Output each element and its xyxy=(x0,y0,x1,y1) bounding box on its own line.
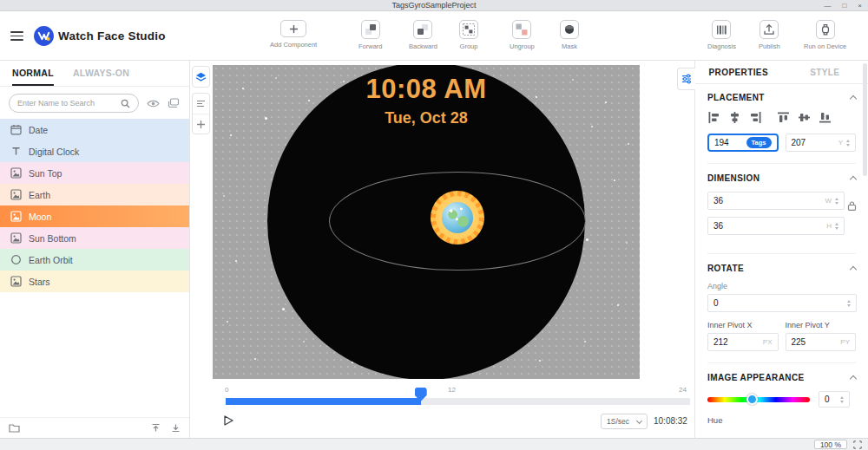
tags-badge[interactable]: Tags xyxy=(746,137,772,148)
layer-item-earth-orbit[interactable]: Earth Orbit xyxy=(0,249,189,271)
zoom-level[interactable]: 100 % xyxy=(814,440,847,449)
layer-label: Earth xyxy=(29,190,50,200)
earth-graphic xyxy=(442,202,473,233)
section-title: ROTATE xyxy=(707,264,744,273)
publish-button[interactable]: Publish xyxy=(759,20,780,50)
stepper-icon[interactable] xyxy=(835,198,838,205)
angle-input[interactable]: 0 xyxy=(707,294,857,312)
timeline-track[interactable] xyxy=(226,398,690,405)
ungroup-icon xyxy=(512,20,531,39)
layer-label: Sun Top xyxy=(29,168,62,179)
ungroup-button[interactable]: Ungroup xyxy=(510,20,535,50)
tab-normal[interactable]: NORMAL xyxy=(12,61,54,86)
tab-style[interactable]: STYLE xyxy=(782,61,868,83)
minimize-button[interactable]: — xyxy=(824,2,831,10)
align-left-icon[interactable] xyxy=(707,111,720,124)
layer-item-sun-bottom[interactable]: Sun Bottom xyxy=(0,227,189,249)
x-position-input[interactable]: 194 Tags xyxy=(707,134,779,152)
layer-item-sun-top[interactable]: Sun Top xyxy=(0,162,189,184)
align-right-icon[interactable] xyxy=(749,111,762,124)
layer-list: Date Digital Clock Sun Top Earth Moon Su… xyxy=(0,119,189,292)
status-bar: 100 % xyxy=(0,438,868,450)
close-button[interactable]: × xyxy=(858,2,862,10)
chevron-up-icon[interactable] xyxy=(850,95,857,102)
align-middle-vertical-icon[interactable] xyxy=(798,111,811,124)
section-title: PLACEMENT xyxy=(707,93,765,102)
layers-visibility-icon[interactable] xyxy=(168,98,180,108)
width-input[interactable]: 36 W xyxy=(707,192,845,210)
folder-icon[interactable] xyxy=(9,423,20,433)
chevron-up-icon[interactable] xyxy=(850,176,857,183)
align-center-horizontal-icon[interactable] xyxy=(728,111,741,124)
zoom-in-icon[interactable] xyxy=(193,114,209,134)
placement-section: PLACEMENT 194 Tags xyxy=(707,93,856,163)
main-toolbar: Watch Face Studio Add Component Forward … xyxy=(0,11,868,61)
maximize-button[interactable]: □ xyxy=(842,2,846,10)
image-icon xyxy=(10,276,22,287)
layer-item-digital-clock[interactable]: Digital Clock xyxy=(0,140,189,162)
forward-button[interactable]: Forward xyxy=(358,20,383,50)
panel-toggle[interactable] xyxy=(677,68,695,90)
scrollbar-thumb[interactable] xyxy=(863,63,867,176)
chevron-up-icon[interactable] xyxy=(850,375,857,382)
eye-icon[interactable] xyxy=(147,99,160,108)
layers-sidebar: NORMAL ALWAYS-ON Date Digital Clock Sun … xyxy=(0,61,190,438)
align-top-icon[interactable] xyxy=(777,111,790,124)
lock-aspect-ratio-icon[interactable] xyxy=(846,200,858,212)
layer-label: Moon xyxy=(29,212,51,222)
layer-item-stars[interactable]: Stars xyxy=(0,271,189,292)
play-button[interactable] xyxy=(222,414,234,427)
hue-value-input[interactable]: 0 xyxy=(819,391,850,408)
tab-always-on[interactable]: ALWAYS-ON xyxy=(73,61,129,86)
inner-pivot-y-input[interactable]: 225 PY xyxy=(786,333,857,351)
angle-label: Angle xyxy=(707,282,856,290)
chevron-up-icon[interactable] xyxy=(850,266,857,273)
image-icon xyxy=(10,211,22,222)
stepper-icon[interactable] xyxy=(846,140,850,147)
guide-lines-icon[interactable] xyxy=(193,94,209,114)
hue-slider[interactable] xyxy=(707,397,810,402)
stepper-icon[interactable] xyxy=(847,300,851,307)
diagnosis-icon xyxy=(712,20,731,39)
chevron-down-icon xyxy=(636,417,642,423)
playback-speed-dropdown[interactable]: 1S/sec xyxy=(601,414,648,429)
watch-icon xyxy=(816,20,835,39)
window-titlebar: TagsGyroSampleProject — □ × xyxy=(0,0,868,11)
fullscreen-icon[interactable] xyxy=(853,440,862,449)
watchface-canvas[interactable]: 10:08 AM Tue, Oct 28 xyxy=(213,65,640,379)
height-input[interactable]: 36 H xyxy=(707,217,845,235)
stepper-icon[interactable] xyxy=(835,223,838,230)
layers-panel-icon[interactable] xyxy=(193,67,209,87)
watch-time-text: 10:08 AM xyxy=(267,74,585,105)
search-box xyxy=(9,94,139,113)
mask-button[interactable]: Mask xyxy=(560,20,579,50)
move-to-bottom-icon[interactable] xyxy=(171,423,181,433)
align-bottom-icon[interactable] xyxy=(819,111,832,124)
layer-label: Digital Clock xyxy=(29,147,79,157)
backward-button[interactable]: Backward xyxy=(409,20,437,50)
diagnosis-button[interactable]: Diagnosis xyxy=(707,20,736,50)
layer-item-moon-selected[interactable]: Moon xyxy=(0,205,189,227)
inner-pivot-x-input[interactable]: 212 PX xyxy=(707,333,779,351)
stars-decoration xyxy=(213,65,215,68)
y-position-input[interactable]: 207 Y xyxy=(786,134,857,152)
search-input[interactable] xyxy=(17,99,117,108)
move-to-top-icon[interactable] xyxy=(151,423,161,433)
group-button[interactable]: Group xyxy=(459,20,478,50)
rotate-section: ROTATE Angle 0 Inner Pivot X 212 P xyxy=(707,253,856,362)
text-icon xyxy=(10,146,22,157)
add-component-button[interactable]: Add Component xyxy=(270,20,317,49)
timeline-panel: 0 12 24 1S/sec 10:08:32 xyxy=(190,379,694,438)
sun-earth-graphic[interactable] xyxy=(431,191,484,245)
run-on-device-button[interactable]: Run on Device xyxy=(804,20,846,50)
window-title: TagsGyroSampleProject xyxy=(391,1,476,10)
layer-item-earth[interactable]: Earth xyxy=(0,184,189,205)
menu-icon[interactable] xyxy=(10,31,23,41)
layer-label: Sun Bottom xyxy=(29,233,76,244)
timeline-tick: 12 xyxy=(448,386,456,394)
hue-slider-thumb[interactable] xyxy=(746,394,758,405)
layer-item-date[interactable]: Date xyxy=(0,119,189,140)
tab-properties[interactable]: PROPERTIES xyxy=(695,61,782,83)
timeline-tick: 24 xyxy=(679,386,687,394)
stepper-icon[interactable] xyxy=(840,396,844,403)
